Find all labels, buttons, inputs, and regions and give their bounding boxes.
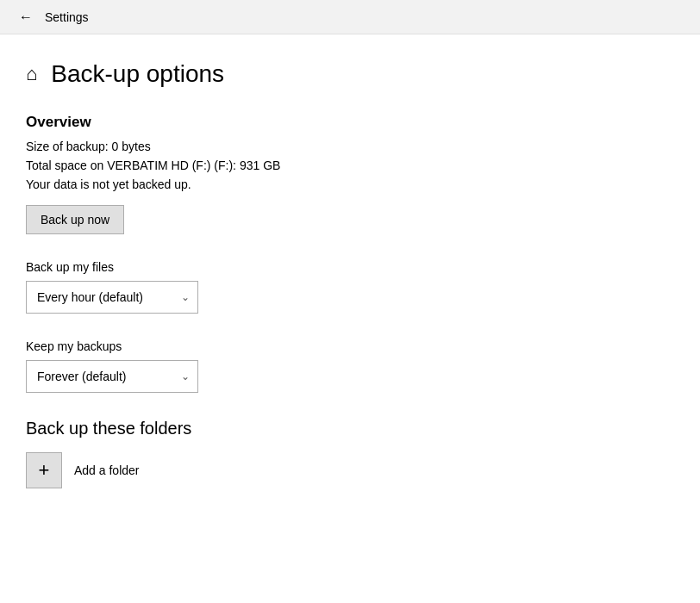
home-icon: ⌂: [26, 63, 37, 85]
folders-section: Back up these folders + Add a folder: [26, 419, 674, 488]
main-content: ⌂ Back-up options Overview Size of backu…: [0, 34, 700, 540]
add-folder-label: Add a folder: [74, 463, 140, 477]
add-folder-row: + Add a folder: [26, 452, 674, 488]
page-header: ⌂ Back-up options: [26, 60, 674, 88]
back-up-files-label: Back up my files: [26, 260, 674, 274]
title-bar: ← Settings: [0, 0, 700, 34]
overview-title: Overview: [26, 114, 674, 131]
back-up-files-dropdown-wrapper: Every hour (default) Every 10 minutes Ev…: [26, 281, 198, 314]
title-bar-text: Settings: [45, 10, 89, 24]
keep-backups-dropdown-wrapper: Forever (default) 1 month 3 months 6 mon…: [26, 360, 198, 393]
folders-section-title: Back up these folders: [26, 419, 674, 438]
back-button[interactable]: ←: [14, 5, 38, 29]
back-up-files-section: Back up my files Every hour (default) Ev…: [26, 260, 674, 314]
total-space: Total space on VERBATIM HD (F:) (F:): 93…: [26, 159, 674, 172]
size-of-backup: Size of backup: 0 bytes: [26, 140, 674, 153]
backup-status: Your data is not yet backed up.: [26, 177, 674, 191]
page-title: Back-up options: [51, 60, 224, 88]
keep-backups-select[interactable]: Forever (default) 1 month 3 months 6 mon…: [26, 360, 198, 393]
keep-backups-section: Keep my backups Forever (default) 1 mont…: [26, 339, 674, 393]
add-folder-button[interactable]: +: [26, 452, 62, 488]
overview-section: Overview Size of backup: 0 bytes Total s…: [26, 114, 674, 234]
back-up-now-button[interactable]: Back up now: [26, 205, 124, 234]
back-up-files-select[interactable]: Every hour (default) Every 10 minutes Ev…: [26, 281, 198, 314]
keep-backups-label: Keep my backups: [26, 339, 674, 353]
